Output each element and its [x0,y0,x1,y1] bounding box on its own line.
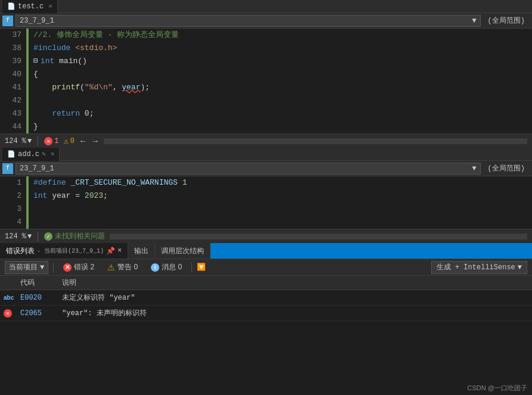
no-issues-badge: ✓ 未找到相关问题 [44,231,105,241]
error-panel-section: 错误列表 - 当前项目(23_7_9_1) 📌 × 输出 调用层次结构 当前项目… [0,243,532,395]
bottom-scrollbar[interactable] [110,234,527,240]
warning-icon: ⚠ [63,136,68,146]
row1-code: E0020 [17,294,58,302]
row1-desc: 未定义标识符 "year" [58,293,532,303]
abc-icon: abc [4,294,14,301]
top-zoom[interactable]: 124 % ▼ [5,137,32,145]
bottom-code-area: 1 2 3 4 #define _CRT_SECURE_NO_WARNINGS … [0,176,532,229]
top-editor-section: 📄 test.c × f 23_7_9_1 ▼ (全局范围) 37 38 39 … [0,0,532,148]
nav-forward[interactable]: → [91,136,98,146]
bottom-tab-label: add.c [18,150,39,158]
func-icon-b: f [2,163,13,174]
row1-icon: abc [0,294,17,302]
filter-dropdown[interactable]: 当前项目 ▼ [5,261,48,274]
info-count-icon: i [151,263,159,272]
top-tab-close[interactable]: × [48,3,52,10]
intellisense-btn[interactable]: 生成 + IntelliSense ▼ [431,261,527,274]
panel-tabs-row: 错误列表 - 当前项目(23_7_9_1) 📌 × 输出 调用层次结构 [0,243,532,259]
code-line-42 [33,94,532,107]
bottom-scope-label: (全局范围) [483,163,530,173]
error-icon: ✕ [44,137,52,145]
sep1 [38,136,38,146]
code-line-44: } [33,120,532,133]
code-line-43: return 0; [33,107,532,120]
main-wrapper: 📄 test.c × f 23_7_9_1 ▼ (全局范围) 37 38 39 … [0,0,532,395]
code-line-empty1 [33,203,532,216]
bottom-code-lines[interactable]: #define _CRT_SECURE_NO_WARNINGS 1 int ye… [29,176,532,229]
bottom-file-tab[interactable]: 📄 add.c ✎ × [2,148,60,161]
top-error-badge[interactable]: ✕ 1 [44,137,58,145]
save-indicator: ✎ [42,150,46,158]
subtitle-label: - 当前项目(23_7_9_1) [37,247,104,255]
top-func-dropdown[interactable]: 23_7_9_1 ▼ [16,15,481,27]
warning-count-btn[interactable]: ⚠ 警告 0 [103,261,143,273]
error-count-btn[interactable]: ✕ 错误 2 [58,261,99,273]
file-icon-b: 📄 [7,150,16,158]
code-line-empty2 [33,216,532,229]
pin-icon: 📌 [106,247,115,256]
bottom-tab-close[interactable]: × [51,151,55,158]
sep4 [191,263,192,272]
bottom-toolbar: f 23_7_9_1 ▼ (全局范围) [0,161,532,176]
error-row-2[interactable]: ✕ C2065 "year": 未声明的标识符 [0,306,532,321]
output-tab[interactable]: 输出 [128,243,155,259]
code-line-41: printf("%d\n", year); [33,81,532,94]
col-code-header: 代码 [17,278,58,288]
top-warning-badge[interactable]: ⚠ 0 [63,136,75,146]
error-list-label: 错误列表 [6,246,35,256]
top-status-bar: 124 % ▼ ✕ 1 ⚠ 0 ← → [0,133,532,148]
error-table: abc E0020 未定义标识符 "year" ✕ C2065 "year": … [0,290,532,395]
warning-count-icon: ⚠ [107,263,115,272]
row2-code: C2065 [17,309,58,318]
panel-close-btn[interactable]: × [117,247,122,255]
top-line-numbers: 37 38 39 40 41 42 43 44 [0,29,26,133]
error-table-header: 代码 说明 [0,276,532,290]
error-row-icon: ✕ [4,309,12,318]
row2-desc: "year": 未声明的标识符 [58,308,532,318]
call-hierarchy-tab[interactable]: 调用层次结构 [155,243,211,259]
code-line-40: { [33,68,532,81]
top-toolbar: f 23_7_9_1 ▼ (全局范围) [0,13,532,29]
bottom-status-bar: 124 % ▼ ✓ 未找到相关问题 [0,229,532,243]
info-count-btn[interactable]: i 消息 0 [146,261,187,273]
error-list-tab[interactable]: 错误列表 - 当前项目(23_7_9_1) 📌 × [0,243,128,259]
sep2 [38,232,38,241]
error-toolbar: 当前项目 ▼ ✕ 错误 2 ⚠ 警告 0 i 消息 0 🔽 生成 + Intel… [0,259,532,276]
watermark: CSDN @一口吃团子 [468,384,527,393]
top-tab-label: test.c [18,2,44,11]
row2-icon: ✕ [0,309,17,318]
bottom-func-dropdown[interactable]: 23_7_9_1 ▼ [16,163,481,175]
filter-funnel-icon[interactable]: 🔽 [197,263,206,272]
file-icon: 📄 [7,2,16,10]
code-line-1: #define _CRT_SECURE_NO_WARNINGS 1 [33,176,532,189]
bottom-zoom[interactable]: 124 % ▼ [5,232,32,241]
top-scope-label: (全局范围) [483,15,530,26]
bottom-tab-bar: 📄 add.c ✎ × [0,148,532,161]
top-code-area: 37 38 39 40 41 42 43 44 //2. 修饰全局变量 - 称为… [0,29,532,133]
error-count-icon: ✕ [63,263,72,272]
sep3 [53,263,54,272]
code-line-39: ⊟int main() [33,55,532,68]
bottom-editor-section: 📄 add.c ✎ × f 23_7_9_1 ▼ (全局范围) 1 2 3 4 [0,148,532,243]
top-scrollbar[interactable] [104,138,527,144]
error-row-1[interactable]: abc E0020 未定义标识符 "year" [0,290,532,306]
nav-back[interactable]: ← [79,136,86,146]
green-check-icon: ✓ [44,232,52,241]
top-code-lines[interactable]: //2. 修饰全局变量 - 称为静态全局变量 #include <stdio.h… [29,29,532,133]
code-line-38: #include <stdio.h> [33,42,532,55]
code-line-2: int year = 2023; [33,189,532,203]
bottom-line-numbers: 1 2 3 4 [0,176,26,229]
col-desc-header: 说明 [58,278,532,288]
code-line-37: //2. 修饰全局变量 - 称为静态全局变量 [33,29,532,42]
top-file-tab[interactable]: 📄 test.c × [2,0,58,13]
top-tab-bar: 📄 test.c × [0,0,532,13]
func-icon: f [2,15,13,26]
